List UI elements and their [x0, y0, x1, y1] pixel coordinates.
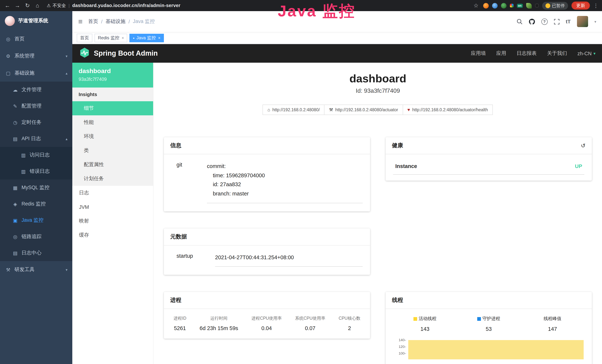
doc-icon: ▥ [20, 152, 26, 158]
chevron-down-icon: ▾ [593, 51, 595, 56]
status-badge: UP [575, 163, 582, 169]
breadcrumb-infra[interactable]: 基础设施 [106, 18, 126, 25]
sba-item-logs[interactable]: 日志 [72, 186, 153, 200]
fullscreen-icon[interactable] [554, 19, 559, 24]
help-icon[interactable]: ? [541, 18, 548, 25]
y-tick: 100 [399, 351, 405, 355]
sba-item-classes[interactable]: 类 [72, 143, 153, 158]
instance-link-home[interactable]: ⌂ http://192.168.0.2:48080/ [263, 105, 325, 115]
instance-id: 93a3fc7f7409 [79, 77, 147, 82]
ext-on-badge[interactable]: on [517, 3, 523, 8]
clock-icon: ◷ [12, 120, 18, 125]
sidebar-item-access-log[interactable]: ▥ 访问日志 [0, 147, 72, 163]
sidebar-item-devtools[interactable]: ⚒ 研发工具 ▾ [0, 261, 72, 278]
legend-value: 147 [521, 326, 584, 332]
sba-nav-about[interactable]: 关于我们 [547, 50, 567, 57]
info-card: 信息 git commit: time: 1596289704000 id: 2… [164, 137, 370, 211]
active-threads-area [408, 340, 584, 359]
url-divider: | [69, 3, 70, 8]
instance-block[interactable]: dashboard 93a3fc7f7409 [72, 63, 153, 87]
search-icon[interactable] [516, 19, 522, 24]
paused-badge[interactable]: 已暂停 [542, 2, 568, 10]
tab-java[interactable]: ● Java 监控 × [129, 33, 164, 42]
metadata-value: 2021-04-27T00:44:31.254+08:00 [215, 253, 363, 262]
user-avatar[interactable] [577, 16, 588, 27]
github-icon[interactable] [529, 18, 535, 25]
hamburger-icon[interactable]: ≡ [78, 17, 83, 26]
ext-leaf-icon[interactable] [526, 3, 532, 8]
sidebar-item-redis[interactable]: ◈ Redis 监控 [0, 196, 72, 212]
breadcrumb-home[interactable]: 首页 [88, 18, 98, 25]
sidebar-item-java[interactable]: ▣ Java 监控 [0, 212, 72, 228]
history-icon[interactable]: ↺ [581, 142, 585, 149]
sba-item-caches[interactable]: 缓存 [72, 228, 153, 242]
sba-item-configprops[interactable]: 配置属性 [72, 158, 153, 172]
instance-link-actuator[interactable]: ⚒ http://192.168.0.2:48080/actuator [324, 105, 403, 115]
font-size-icon[interactable]: tT [566, 19, 571, 24]
back-icon[interactable]: ← [4, 0, 11, 11]
app-title: 芋道管理系统 [18, 17, 48, 24]
ext-dark-icon[interactable] [535, 4, 538, 7]
sidebar-item-files[interactable]: ☁ 文件管理 [0, 82, 72, 98]
app-logo[interactable]: 芋道管理系统 [0, 11, 72, 30]
legend-value: 143 [393, 326, 457, 332]
address-bar[interactable]: ⚠ 不安全 | dashboard.yudao.iocoder.cn/infra… [44, 2, 470, 9]
locale-selector[interactable]: zh-CN ▾ [577, 51, 595, 56]
sba-brand-title[interactable]: Spring Boot Admin [94, 49, 158, 57]
sba-nav-applications[interactable]: 应用 [496, 50, 506, 57]
instance-link-health[interactable]: ♥ http://192.168.0.2:48080/actuator/heal… [402, 105, 493, 115]
bookmark-star-icon[interactable]: ☆ [472, 0, 480, 11]
home-icon[interactable]: ⌂ [34, 0, 41, 11]
sidebar-item-home[interactable]: ◎ 首页 [0, 30, 72, 47]
locale-label: zh-CN [577, 51, 592, 56]
ext-green-circle-icon[interactable] [501, 3, 506, 8]
forward-icon[interactable]: → [14, 0, 21, 11]
sidebar-item-mysql[interactable]: ▦ MySQL 监控 [0, 180, 72, 196]
breadcrumb-separator: / [129, 19, 130, 24]
ext-orange-icon[interactable] [483, 3, 489, 8]
sba-item-mappings[interactable]: 映射 [72, 214, 153, 228]
item-label: 错误日志 [30, 168, 50, 175]
process-col-value: 5261 [173, 325, 186, 331]
sidebar-item-api-log[interactable]: ▤ API 日志 ▴ [0, 130, 72, 147]
sba-item-environment[interactable]: 环境 [72, 129, 153, 143]
avatar-caret-icon[interactable]: ▾ [594, 20, 596, 23]
legend-blue-icon [477, 317, 481, 321]
threads-chart: 140 120 100 [393, 338, 584, 359]
sba-item-metrics[interactable]: 性能 [72, 115, 153, 129]
sidebar-item-config[interactable]: ✎ 配置管理 [0, 98, 72, 114]
refresh-icon[interactable]: ↻ [24, 0, 31, 11]
tab-home[interactable]: 首页 [77, 33, 92, 42]
security-label: 不安全 [53, 2, 66, 9]
doc-icon: ▤ [12, 250, 18, 256]
sba-nav-journal[interactable]: 日志报表 [516, 50, 537, 57]
close-icon[interactable]: × [158, 36, 161, 40]
health-row[interactable]: Instance UP [393, 160, 584, 175]
link-url: http://192.168.0.2:48080/ [272, 107, 320, 112]
sba-item-details[interactable]: 细节 [72, 101, 153, 115]
sidebar-item-log-center[interactable]: ▤ 日志中心 [0, 245, 72, 261]
health-instance-label: Instance [395, 163, 417, 169]
chevron-down-icon: ▾ [66, 268, 67, 272]
update-button[interactable]: 更新 [571, 1, 590, 10]
ext-grid-icon[interactable] [510, 4, 513, 7]
tab-redis[interactable]: Redis 监控 × [95, 33, 127, 42]
close-icon[interactable]: × [122, 36, 124, 40]
doc-icon: ▥ [20, 169, 26, 174]
logo-avatar [5, 16, 15, 26]
sba-item-jvm[interactable]: JVM [72, 200, 153, 214]
sidebar-item-jobs[interactable]: ◷ 定时任务 [0, 114, 72, 130]
ext-drop-icon[interactable] [492, 3, 497, 8]
sba-item-scheduledtasks[interactable]: 计划任务 [72, 172, 153, 186]
sba-logo-icon[interactable] [79, 47, 90, 60]
item-label: 访问日志 [30, 152, 50, 158]
item-label: Redis 监控 [22, 201, 46, 207]
sba-nav-wallboard[interactable]: 应用墙 [471, 50, 486, 57]
sidebar-item-infra[interactable]: ▢ 基础设施 ▴ [0, 64, 72, 82]
sidebar-item-error-log[interactable]: ▥ 错误日志 [0, 163, 72, 180]
browser-menu-icon[interactable]: ⋮ [593, 3, 599, 9]
sidebar-item-system[interactable]: ⚙ 系统管理 ▾ [0, 47, 72, 64]
sidebar-item-trace[interactable]: ◎ 链路追踪 [0, 228, 72, 245]
security-chip[interactable]: ⚠ 不安全 [47, 2, 66, 9]
process-col-value: 6d 23h 15m 59s [200, 325, 238, 331]
